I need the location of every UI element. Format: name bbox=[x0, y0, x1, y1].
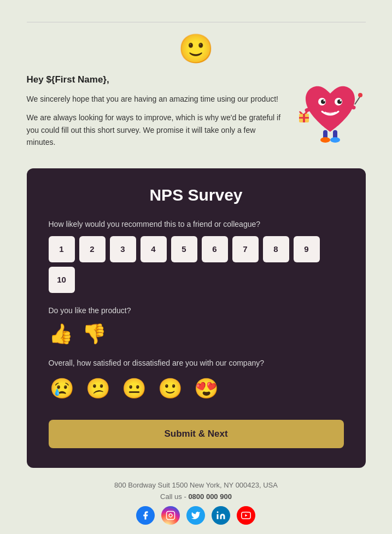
satisfaction-very-satisfied[interactable]: 😍 bbox=[193, 375, 220, 402]
top-divider bbox=[27, 22, 366, 22]
thumbs-down-button[interactable]: 👎 bbox=[82, 322, 107, 345]
nps-btn-6[interactable]: 6 bbox=[202, 236, 228, 262]
nps-btn-4[interactable]: 4 bbox=[141, 236, 167, 262]
svg-point-9 bbox=[330, 137, 340, 143]
intro-section: Hey ${First Name}, We sincerely hope tha… bbox=[27, 74, 366, 155]
footer-address: 800 Bordway Suit 1500 New York, NY 00042… bbox=[114, 481, 278, 489]
nps-btn-1[interactable]: 1 bbox=[49, 236, 75, 262]
footer: 800 Bordway Suit 1500 New York, NY 00042… bbox=[114, 481, 278, 525]
svg-point-8 bbox=[320, 137, 330, 143]
like-dislike-row: 👍 👎 bbox=[49, 322, 344, 345]
nps-btn-8[interactable]: 8 bbox=[263, 236, 289, 262]
greeting-heading: Hey ${First Name}, bbox=[27, 74, 284, 85]
nps-btn-2[interactable]: 2 bbox=[79, 236, 106, 262]
question-1-label: How likely would you recommend this to a… bbox=[49, 220, 344, 228]
svg-rect-19 bbox=[217, 514, 219, 519]
social-icons-row bbox=[114, 506, 278, 525]
svg-line-15 bbox=[355, 96, 360, 104]
nps-btn-7[interactable]: 7 bbox=[232, 236, 259, 262]
satisfaction-very-dissatisfied[interactable]: 😢 bbox=[49, 375, 76, 402]
satisfaction-neutral[interactable]: 😐 bbox=[121, 375, 148, 402]
intro-paragraph-1: We sincerely hope that you are having an… bbox=[27, 93, 284, 105]
smiley-face-icon: 🙂 bbox=[178, 32, 214, 66]
thumbs-up-button[interactable]: 👍 bbox=[49, 322, 73, 345]
svg-point-4 bbox=[323, 100, 325, 102]
intro-text: Hey ${First Name}, We sincerely hope tha… bbox=[27, 74, 295, 155]
svg-rect-17 bbox=[167, 511, 175, 519]
question-2-label: Do you like the product? bbox=[49, 306, 344, 315]
youtube-icon[interactable] bbox=[237, 506, 255, 525]
twitter-icon[interactable] bbox=[186, 506, 205, 525]
instagram-icon[interactable] bbox=[161, 506, 180, 525]
survey-title: NPS Survey bbox=[49, 186, 344, 204]
footer-phone-number: 0800 000 900 bbox=[188, 492, 232, 501]
facebook-icon[interactable] bbox=[136, 506, 155, 525]
submit-next-button[interactable]: Submit & Next bbox=[49, 420, 344, 448]
nps-btn-9[interactable]: 9 bbox=[294, 236, 320, 262]
nps-scale-row: 1 2 3 4 5 6 7 8 9 10 bbox=[49, 236, 344, 293]
satisfaction-dissatisfied[interactable]: 😕 bbox=[85, 375, 112, 402]
svg-marker-21 bbox=[245, 514, 248, 517]
satisfaction-row: 😢 😕 😐 🙂 😍 bbox=[49, 375, 344, 402]
intro-paragraph-2: We are always looking for ways to improv… bbox=[27, 112, 284, 148]
svg-point-16 bbox=[358, 93, 362, 97]
nps-btn-10[interactable]: 10 bbox=[49, 267, 75, 293]
linkedin-icon[interactable] bbox=[212, 506, 230, 525]
satisfaction-satisfied[interactable]: 🙂 bbox=[157, 375, 184, 402]
svg-point-20 bbox=[217, 511, 219, 513]
svg-point-5 bbox=[340, 100, 341, 102]
nps-btn-5[interactable]: 5 bbox=[171, 236, 197, 262]
survey-card: NPS Survey How likely would you recommen… bbox=[27, 168, 366, 468]
svg-rect-14 bbox=[303, 114, 305, 122]
footer-phone: Call us - 0800 000 900 bbox=[114, 492, 278, 501]
nps-btn-3[interactable]: 3 bbox=[110, 236, 136, 262]
heart-mascot bbox=[295, 74, 366, 145]
question-3-label: Overall, how satisfied or dissatisfied a… bbox=[49, 359, 344, 367]
